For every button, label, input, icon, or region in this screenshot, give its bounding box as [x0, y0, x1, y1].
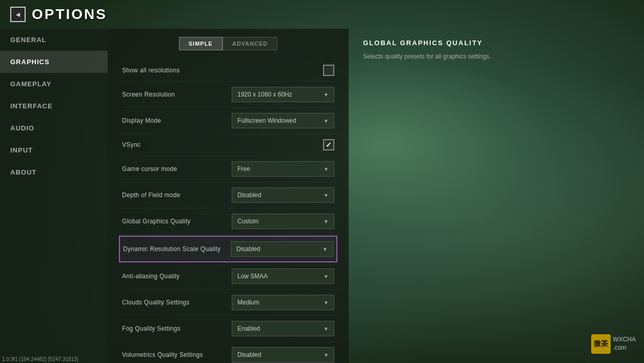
row-screen-resolution: Screen Resolution 1920 x 1080 x 60Hz ▼	[120, 82, 336, 108]
chevron-down-icon: ▼	[324, 352, 329, 358]
tab-advanced[interactable]: ADVANCED	[223, 37, 278, 50]
dropdown-depth-of-field-mode-value: Disabled	[237, 192, 261, 199]
label-volumetrics-quality-settings: Volumetrics Quality Settings	[122, 351, 232, 358]
page-title: OPTIONS	[32, 6, 107, 23]
dropdown-display-mode-value: Fullscreen Windowed	[237, 117, 296, 124]
dropdown-global-graphics-quality-value: Custom	[237, 218, 258, 225]
dropdown-screen-resolution-value: 1920 x 1080 x 60Hz	[237, 91, 292, 98]
tab-row: SIMPLE ADVANCED	[120, 37, 336, 50]
watermark-dotcom: .com	[613, 344, 626, 351]
sidebar-item-gameplay[interactable]: GAMEPLAY	[0, 73, 108, 95]
tab-simple[interactable]: SIMPLE	[179, 37, 223, 50]
back-button[interactable]: ◄	[10, 7, 26, 22]
row-display-mode: Display Mode Fullscreen Windowed ▼	[120, 108, 336, 134]
sidebar-item-interface[interactable]: INTERFACE	[0, 95, 108, 117]
chevron-down-icon: ▼	[324, 92, 329, 98]
row-anti-aliasing-quality: Anti-aliasing Quality Low SMAA ▼	[120, 263, 336, 290]
dropdown-clouds-quality-settings[interactable]: Medium ▼	[232, 295, 334, 310]
row-global-graphics-quality: Global Graphics Quality Custom ▼	[120, 208, 336, 235]
dropdown-dynamic-resolution-scale-quality[interactable]: Disabled ▼	[231, 241, 333, 257]
row-fog-quality-settings: Fog Quality Settings Enabled ▼	[120, 316, 336, 342]
dropdown-fog-quality-settings-value: Enabled	[237, 325, 260, 332]
row-vsync: VSync	[120, 134, 336, 156]
dropdown-screen-resolution[interactable]: 1920 x 1080 x 60Hz ▼	[232, 87, 334, 102]
row-dynamic-resolution-scale-quality: Dynamic Resolution Scale Quality Disable…	[119, 236, 337, 262]
chevron-down-icon: ▼	[324, 326, 329, 332]
watermark: 微茶 WXCHA .com	[591, 334, 636, 354]
chevron-down-icon: ▼	[324, 300, 329, 305]
sidebar-item-audio[interactable]: AUDIO	[0, 117, 108, 139]
dropdown-depth-of-field-mode[interactable]: Disabled ▼	[232, 187, 334, 203]
row-show-all-resolutions: Show all resolutions	[120, 60, 336, 82]
label-clouds-quality-settings: Clouds Quality Settings	[122, 299, 232, 306]
dropdown-dynamic-resolution-scale-quality-value: Disabled	[236, 245, 260, 253]
watermark-icon-text: 微茶	[594, 339, 608, 349]
checkbox-show-all-resolutions[interactable]	[323, 65, 334, 76]
label-show-all-resolutions: Show all resolutions	[122, 67, 323, 74]
dropdown-fog-quality-settings[interactable]: Enabled ▼	[232, 321, 334, 336]
main-container: ◄ OPTIONS GENERAL GRAPHICS GAMEPLAY INTE…	[0, 0, 644, 363]
watermark-icon: 微茶	[591, 334, 611, 354]
dropdown-volumetrics-quality-settings-value: Disabled	[237, 351, 261, 358]
settings-panel: SIMPLE ADVANCED Show all resolutions Scr…	[108, 29, 349, 363]
dropdown-game-cursor-mode[interactable]: Free ▼	[232, 161, 334, 177]
chevron-down-icon: ▼	[324, 274, 329, 279]
sidebar-item-about[interactable]: ABOUT	[0, 161, 108, 183]
label-display-mode: Display Mode	[122, 117, 232, 124]
chevron-down-icon: ▼	[324, 219, 329, 224]
chevron-down-icon: ▼	[324, 166, 329, 172]
dropdown-anti-aliasing-quality[interactable]: Low SMAA ▼	[232, 269, 334, 284]
control-show-all-resolutions	[323, 65, 334, 76]
chevron-down-icon: ▼	[324, 193, 329, 198]
control-vsync	[323, 139, 334, 150]
info-title: GLOBAL GRAPHICS QUALITY	[363, 39, 630, 47]
chevron-down-icon: ▼	[324, 118, 329, 124]
row-depth-of-field-mode: Depth of Field mode Disabled ▼	[120, 182, 336, 208]
row-game-cursor-mode: Game cursor mode Free ▼	[120, 156, 336, 182]
label-depth-of-field-mode: Depth of Field mode	[122, 192, 232, 199]
label-dynamic-resolution-scale-quality: Dynamic Resolution Scale Quality	[123, 245, 231, 253]
info-panel: GLOBAL GRAPHICS QUALITY Selects quality …	[349, 29, 644, 363]
label-screen-resolution: Screen Resolution	[122, 91, 232, 98]
content-area: GENERAL GRAPHICS GAMEPLAY INTERFACE AUDI…	[0, 29, 644, 363]
row-volumetrics-quality-settings: Volumetrics Quality Settings Disabled ▼	[120, 342, 336, 363]
dropdown-display-mode[interactable]: Fullscreen Windowed ▼	[232, 113, 334, 128]
label-vsync: VSync	[122, 141, 323, 148]
checkbox-vsync[interactable]	[323, 139, 334, 150]
dropdown-anti-aliasing-quality-value: Low SMAA	[237, 273, 268, 280]
dropdown-volumetrics-quality-settings[interactable]: Disabled ▼	[232, 347, 334, 362]
sidebar: GENERAL GRAPHICS GAMEPLAY INTERFACE AUDI…	[0, 29, 108, 363]
label-anti-aliasing-quality: Anti-aliasing Quality	[122, 273, 232, 280]
row-clouds-quality-settings: Clouds Quality Settings Medium ▼	[120, 290, 336, 316]
dropdown-game-cursor-mode-value: Free	[237, 165, 250, 173]
watermark-label: WXCHA .com	[613, 336, 636, 352]
sidebar-item-general[interactable]: GENERAL	[0, 29, 108, 51]
sidebar-item-input[interactable]: INPUT	[0, 139, 108, 161]
title-bar: ◄ OPTIONS	[0, 0, 644, 29]
label-global-graphics-quality: Global Graphics Quality	[122, 218, 232, 225]
info-description: Selects quality presets for all graphics…	[363, 52, 630, 62]
status-bar: 1.0.9f1 (104.24482) [5247.31813]	[2, 356, 78, 362]
label-fog-quality-settings: Fog Quality Settings	[122, 325, 232, 332]
sidebar-item-graphics[interactable]: GRAPHICS	[0, 51, 108, 73]
label-game-cursor-mode: Game cursor mode	[122, 165, 232, 173]
chevron-down-icon: ▼	[323, 246, 328, 252]
watermark-wxcha: WXCHA	[613, 336, 636, 343]
dropdown-clouds-quality-settings-value: Medium	[237, 299, 259, 306]
dropdown-global-graphics-quality[interactable]: Custom ▼	[232, 214, 334, 229]
